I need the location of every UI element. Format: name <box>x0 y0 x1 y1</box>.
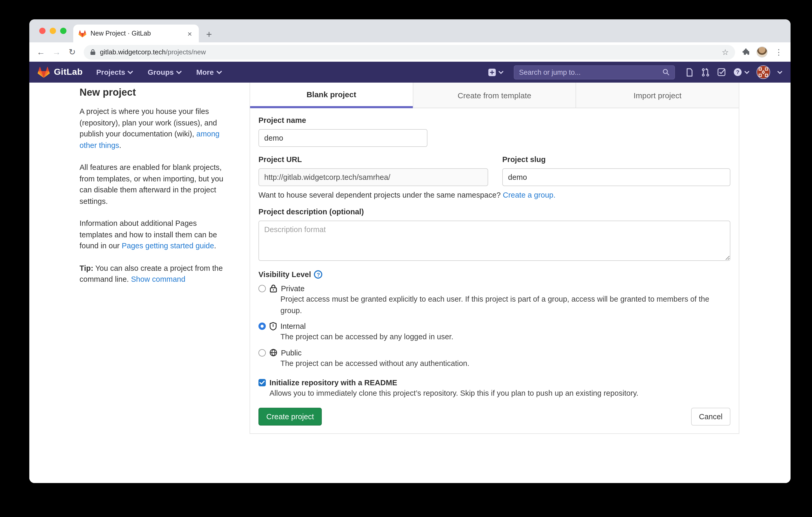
sidebar-paragraph-1: A project is where you house your files … <box>80 106 230 151</box>
new-project-panel: Blank project Create from template Impor… <box>250 83 739 434</box>
readme-checkbox[interactable] <box>258 379 266 386</box>
bookmark-star-icon[interactable]: ☆ <box>722 47 729 57</box>
globe-icon <box>269 349 277 357</box>
create-project-button[interactable]: Create project <box>258 408 322 426</box>
gitlab-favicon <box>79 30 86 37</box>
project-slug-label: Project slug <box>502 155 730 163</box>
nav-groups[interactable]: Groups <box>148 68 182 76</box>
browser-tab-strip: New Project · GitLab × + <box>29 19 790 42</box>
browser-profile-avatar[interactable] <box>757 47 767 58</box>
chevron-down-icon <box>745 70 749 74</box>
internal-option-row[interactable]: Internal <box>258 322 730 330</box>
cancel-button[interactable]: Cancel <box>691 408 730 426</box>
project-slug-input[interactable] <box>502 168 730 186</box>
browser-toolbar: ← → ↻ gitlab.widgetcorp.tech/projects/ne… <box>29 42 790 62</box>
visibility-option-public: Public The project can be accessed witho… <box>258 348 730 369</box>
browser-tab[interactable]: New Project · GitLab × <box>73 25 199 42</box>
sidebar-paragraph-3: Information about additional Pages templ… <box>80 218 230 252</box>
issues-icon[interactable] <box>686 68 694 77</box>
project-url-field: Project URL <box>258 155 488 186</box>
sidebar-paragraph-2: All features are enabled for blank proje… <box>80 162 230 207</box>
svg-text:?: ? <box>736 69 740 75</box>
visibility-option-private: Private Project access must be granted e… <box>258 284 730 316</box>
browser-window: New Project · GitLab × + ← → ↻ gitlab.wi… <box>29 19 790 483</box>
tab-title: New Project · GitLab <box>90 30 181 37</box>
minimize-window-button[interactable] <box>50 28 56 34</box>
project-slug-field: Project slug <box>502 155 730 186</box>
project-url-label: Project URL <box>258 155 488 163</box>
gitlab-logo[interactable]: GitLab <box>38 66 83 78</box>
search-placeholder: Search or jump to... <box>519 68 662 76</box>
check-icon <box>260 381 265 385</box>
reload-icon[interactable]: ↻ <box>65 45 79 59</box>
lock-icon <box>269 284 277 293</box>
private-description: Project access must be granted explicitl… <box>281 294 730 316</box>
nav-projects[interactable]: Projects <box>96 68 133 76</box>
public-label: Public <box>281 348 301 357</box>
gitlab-menu: Projects Groups More <box>96 68 222 76</box>
create-group-link[interactable]: Create a group. <box>503 191 556 199</box>
public-option-row[interactable]: Public <box>258 348 730 357</box>
search-icon <box>662 68 670 76</box>
tanuki-icon <box>38 66 50 78</box>
user-avatar[interactable] <box>757 65 770 79</box>
screen: New Project · GitLab × + ← → ↻ gitlab.wi… <box>0 0 812 517</box>
readme-checkbox-row[interactable]: Initialize repository with a README <box>258 378 730 387</box>
shield-icon <box>269 322 277 330</box>
visibility-option-internal: Internal The project can be accessed by … <box>258 322 730 343</box>
chevron-down-icon <box>128 70 133 74</box>
url-slug-row: Project URL Project slug <box>258 155 730 186</box>
private-radio[interactable] <box>258 285 266 292</box>
project-description-label: Project description (optional) <box>258 208 730 216</box>
browser-menu-icon[interactable]: ⋮ <box>775 47 783 57</box>
project-name-label: Project name <box>258 116 730 124</box>
chevron-down-icon <box>778 70 782 74</box>
project-description-textarea[interactable] <box>258 221 730 261</box>
namespace-helper: Want to house several dependent projects… <box>258 191 730 199</box>
visibility-level-label: Visibility Level <box>258 270 311 279</box>
tab-blank-project[interactable]: Blank project <box>250 83 412 108</box>
private-option-row[interactable]: Private <box>258 284 730 293</box>
show-command-link[interactable]: Show command <box>131 275 185 283</box>
help-menu-icon[interactable]: ? <box>733 67 749 77</box>
back-icon[interactable]: ← <box>34 45 48 59</box>
public-description: The project can be accessed without any … <box>281 358 730 369</box>
tab-import-project[interactable]: Import project <box>576 83 739 108</box>
address-bar[interactable]: gitlab.widgetcorp.tech/projects/new ☆ <box>84 45 735 59</box>
project-url-input[interactable] <box>258 168 488 186</box>
merge-requests-icon[interactable] <box>701 68 710 77</box>
close-window-button[interactable] <box>39 28 46 34</box>
blank-project-form: Project name Project URL Project slug Wa… <box>250 108 739 433</box>
url-text: gitlab.widgetcorp.tech/projects/new <box>100 48 718 56</box>
search-input[interactable]: Search or jump to... <box>514 65 675 79</box>
url-path: /projects/new <box>166 48 206 56</box>
lock-icon <box>90 49 96 55</box>
new-tab-button[interactable]: + <box>206 29 212 39</box>
pages-guide-link[interactable]: Pages getting started guide <box>122 242 214 250</box>
navbar-right: Search or jump to... ? <box>488 65 782 79</box>
internal-radio[interactable] <box>258 323 266 330</box>
internal-description: The project can be accessed by any logge… <box>281 331 730 343</box>
new-menu-plus-icon[interactable] <box>488 68 503 77</box>
project-name-input[interactable] <box>258 129 428 147</box>
sidebar-tip: Tip: You can also create a project from … <box>80 263 230 285</box>
visibility-level-header: Visibility Level ? <box>258 270 730 279</box>
todos-icon[interactable] <box>717 68 726 76</box>
public-radio[interactable] <box>258 349 266 356</box>
visibility-help-icon[interactable]: ? <box>314 270 323 279</box>
gitlab-wordmark: GitLab <box>54 67 83 78</box>
readme-description: Allows you to immediately clone this pro… <box>269 389 730 397</box>
chevron-down-icon <box>216 70 222 74</box>
internal-label: Internal <box>281 322 306 330</box>
nav-more[interactable]: More <box>196 68 222 76</box>
tab-create-from-template[interactable]: Create from template <box>412 83 576 108</box>
readme-label: Initialize repository with a README <box>269 378 397 387</box>
close-tab-icon[interactable]: × <box>186 29 194 38</box>
forward-icon: → <box>50 45 63 59</box>
chevron-down-icon <box>176 70 181 74</box>
extensions-icon[interactable] <box>742 48 750 56</box>
new-project-sidebar: New project A project is where you house… <box>80 87 230 296</box>
private-label: Private <box>281 284 304 293</box>
zoom-window-button[interactable] <box>60 28 66 34</box>
project-type-tabs: Blank project Create from template Impor… <box>250 83 739 108</box>
